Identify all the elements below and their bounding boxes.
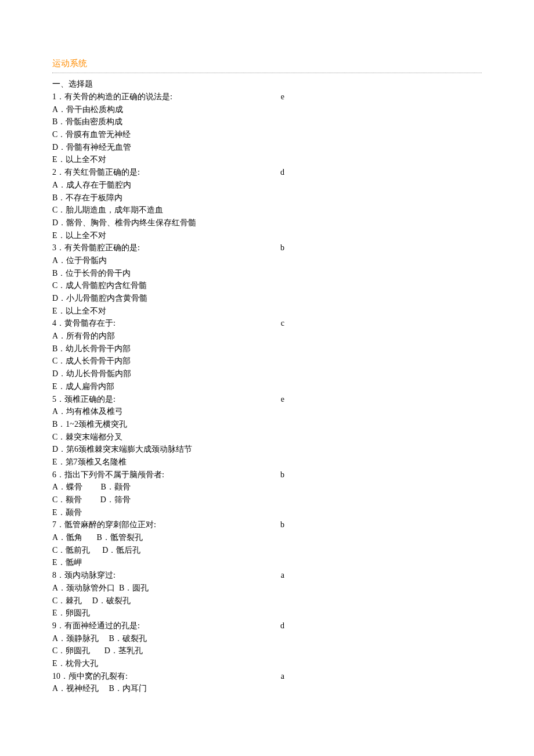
option-line: A．成人存在于髓腔内 — [52, 179, 482, 192]
option-line: C．骶前孔 D．骶后孔 — [52, 544, 482, 557]
question-text: 指出下列骨不属于脑颅骨者: — [64, 469, 164, 481]
question-line: 8．颈内动脉穿过:a — [52, 569, 482, 582]
option-line: A．蝶骨 B．颧骨 — [52, 481, 482, 494]
question: 6．指出下列骨不属于脑颅骨者:bA．蝶骨 B．颧骨C．额骨 D．筛骨E．颞骨 — [52, 469, 482, 519]
option-line: B．骨骺由密质构成 — [52, 116, 482, 128]
question-line: 4．黄骨髓存在于:c — [52, 317, 482, 330]
option-line: A．位于骨骺内 — [52, 254, 482, 267]
question-answer: b — [280, 469, 482, 481]
question: 9．有面神经通过的孔是:dA．颈静脉孔 B．破裂孔C．卵圆孔 D．茎乳孔E．枕骨… — [52, 620, 482, 670]
question-text: 有面神经通过的孔是: — [64, 620, 140, 632]
option-line: E．以上全不对 — [52, 305, 482, 318]
option-line: E．以上全不对 — [52, 153, 482, 166]
option-line: A．所有骨的内部 — [52, 330, 482, 343]
option-line: A．均有椎体及椎弓 — [52, 405, 482, 418]
option-line: D．髂骨、胸骨、椎骨内终生保存红骨髓 — [52, 217, 482, 229]
question-line: 5．颈椎正确的是:e — [52, 393, 482, 406]
question-text: 有关红骨髓正确的是: — [64, 166, 140, 179]
question-number: 4． — [52, 317, 64, 330]
question-text: 黄骨髓存在于: — [64, 317, 116, 330]
question-line: 6．指出下列骨不属于脑颅骨者:b — [52, 469, 482, 481]
question: 2．有关红骨髓正确的是:dA．成人存在于髓腔内B．不存在于板障内C．胎儿期造血，… — [52, 166, 482, 242]
question-number: 1． — [52, 91, 64, 103]
option-line: A．颈动脉管外口 B．圆孔 — [52, 582, 482, 595]
question-line: 9．有面神经通过的孔是:d — [52, 620, 482, 632]
question-number: 5． — [52, 393, 64, 406]
question-number: 2． — [52, 166, 64, 179]
option-line: C．骨膜有血管无神经 — [52, 128, 482, 141]
option-line: E．以上全不对 — [52, 229, 482, 242]
question-answer: e — [281, 393, 482, 406]
option-line: A．视神经孔 B．内耳门 — [52, 682, 482, 695]
option-line: B．幼儿长骨骨干内部 — [52, 343, 482, 355]
option-line: D．骨髓有神经无血管 — [52, 141, 482, 154]
option-line: B．不存在于板障内 — [52, 192, 482, 204]
question-text: 颅中窝的孔裂有: — [68, 670, 128, 683]
question-line: 3．有关骨髓腔正确的是:b — [52, 242, 482, 254]
option-line: C．成人长骨骨干内部 — [52, 355, 482, 368]
section-header: 一、选择题 — [52, 79, 482, 89]
question-text: 有关骨的构造的正确的说法是: — [64, 91, 172, 103]
option-line: B．1~2颈椎无横突孔 — [52, 418, 482, 431]
question: 4．黄骨髓存在于:cA．所有骨的内部B．幼儿长骨骨干内部C．成人长骨骨干内部D．… — [52, 317, 482, 393]
question: 8．颈内动脉穿过:aA．颈动脉管外口 B．圆孔C．棘孔 D．破裂孔E．卵圆孔 — [52, 569, 482, 620]
question-line: 10．颅中窝的孔裂有:a — [52, 670, 482, 683]
question-number: 3． — [52, 242, 64, 254]
option-line: D．幼儿长骨骨骺内部 — [52, 368, 482, 380]
option-line: E．第7颈椎又名隆椎 — [52, 456, 482, 469]
document-page: 运动系统 一、选择题 1．有关骨的构造的正确的说法是:eA．骨干由松质构成B．骨… — [0, 0, 534, 718]
question-line: 1．有关骨的构造的正确的说法是:e — [52, 91, 482, 103]
option-line: B．位于长骨的骨干内 — [52, 267, 482, 280]
question-answer: d — [280, 620, 482, 632]
question-text: 有关骨髓腔正确的是: — [64, 242, 140, 254]
option-line: D．第6颈椎棘突末端膨大成颈动脉结节 — [52, 443, 482, 456]
question-number: 9． — [52, 620, 64, 632]
option-line: E．颞骨 — [52, 506, 482, 519]
question-number: 10． — [52, 670, 68, 683]
question-text: 颈椎正确的是: — [64, 393, 116, 406]
option-line: E．卵圆孔 — [52, 607, 482, 620]
option-line: C．胎儿期造血，成年期不造血 — [52, 204, 482, 217]
questions-container: 1．有关骨的构造的正确的说法是:eA．骨干由松质构成B．骨骺由密质构成C．骨膜有… — [52, 91, 482, 695]
title-divider — [52, 73, 482, 73]
option-line: D．小儿骨髓腔内含黄骨髓 — [52, 292, 482, 305]
question-text: 骶管麻醉的穿刺部位正对: — [64, 519, 156, 531]
option-line: E．骶岬 — [52, 556, 482, 569]
document-title: 运动系统 — [52, 58, 482, 69]
question-answer: c — [281, 317, 482, 330]
question: 1．有关骨的构造的正确的说法是:eA．骨干由松质构成B．骨骺由密质构成C．骨膜有… — [52, 91, 482, 166]
option-line: E．枕骨大孔 — [52, 657, 482, 670]
option-line: C．棘突末端都分叉 — [52, 431, 482, 444]
option-line: C．卵圆孔 D．茎乳孔 — [52, 645, 482, 657]
question-number: 8． — [52, 569, 64, 582]
question-answer: a — [281, 670, 482, 683]
option-line: A．颈静脉孔 B．破裂孔 — [52, 632, 482, 645]
question-answer: b — [280, 242, 482, 254]
option-line: C．棘孔 D．破裂孔 — [52, 595, 482, 607]
option-line: A．骨干由松质构成 — [52, 103, 482, 116]
question-number: 7． — [52, 519, 64, 531]
question: 10．颅中窝的孔裂有:aA．视神经孔 B．内耳门 — [52, 670, 482, 695]
question-line: 7．骶管麻醉的穿刺部位正对:b — [52, 519, 482, 531]
question-text: 颈内动脉穿过: — [64, 569, 116, 582]
question-line: 2．有关红骨髓正确的是:d — [52, 166, 482, 179]
option-line: E．成人扁骨内部 — [52, 380, 482, 393]
question-answer: b — [280, 519, 482, 531]
option-line: C．额骨 D．筛骨 — [52, 494, 482, 506]
question-answer: a — [281, 569, 482, 582]
option-line: A．骶角 B．骶管裂孔 — [52, 531, 482, 544]
question: 7．骶管麻醉的穿刺部位正对:bA．骶角 B．骶管裂孔C．骶前孔 D．骶后孔E．骶… — [52, 519, 482, 569]
question-answer: d — [280, 166, 482, 179]
question-answer: e — [281, 91, 482, 103]
question: 5．颈椎正确的是:eA．均有椎体及椎弓B．1~2颈椎无横突孔C．棘突末端都分叉D… — [52, 393, 482, 469]
option-line: C．成人骨髓腔内含红骨髓 — [52, 279, 482, 292]
question: 3．有关骨髓腔正确的是:bA．位于骨骺内B．位于长骨的骨干内C．成人骨髓腔内含红… — [52, 242, 482, 317]
question-number: 6． — [52, 469, 64, 481]
